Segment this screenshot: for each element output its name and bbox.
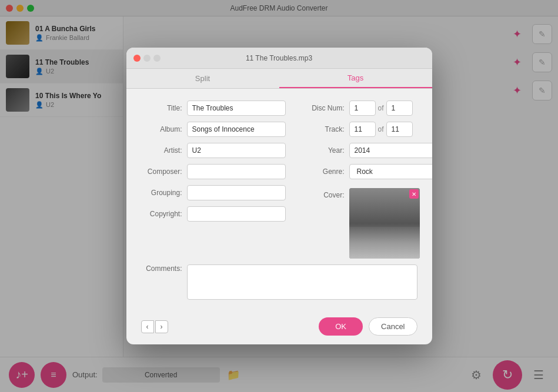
modal-body: Title: Album: Artist: Composer: [126,89,432,311]
next-button[interactable]: › [155,320,168,333]
album-field-group: Album: [141,122,286,137]
year-label: Year: [303,146,345,155]
copyright-field-group: Copyright: [141,206,286,222]
genre-field-group: Genre: Rock Pop Jazz Classical Hip-Hop C… [303,164,432,179]
modal-tabs: Split Tags [126,69,432,89]
tab-split[interactable]: Split [126,69,279,88]
modal-footer: ‹ › OK Cancel [126,311,432,344]
title-input[interactable] [187,100,286,116]
modal-close-button[interactable] [133,55,141,62]
track-inputs: of [349,122,432,137]
composer-label: Composer: [141,167,182,176]
left-column: Title: Album: Artist: Composer: [141,100,286,259]
comments-label: Comments: [141,264,182,273]
modal-maximize-button [153,55,161,62]
grouping-input[interactable] [187,185,286,200]
year-field-group: Year: [303,143,432,158]
nav-arrows: ‹ › [141,320,168,333]
tags-modal: 11 The Troubles.mp3 Split Tags Title: [126,48,432,344]
title-field-group: Title: [141,100,286,116]
cover-remove-button[interactable]: ✕ [409,189,419,199]
comments-field-group: Comments: [141,264,417,300]
grouping-label: Grouping: [141,189,182,197]
comments-textarea[interactable] [187,264,417,300]
composer-input[interactable] [187,164,286,179]
title-label: Title: [141,104,182,112]
album-label: Album: [141,125,182,133]
artist-input[interactable] [187,143,286,158]
genre-select[interactable]: Rock Pop Jazz Classical Hip-Hop Country [349,164,432,179]
album-input[interactable] [187,122,286,137]
form-columns: Title: Album: Artist: Composer: [141,100,417,259]
modal-traffic-lights [133,55,161,62]
grouping-field-group: Grouping: [141,185,286,200]
discnum-label: Disc Num: [303,104,345,112]
right-column: Disc Num: of Track: of [303,100,432,259]
composer-field-group: Composer: [141,164,286,179]
discnum-field-group: Disc Num: of [303,100,432,116]
discnum-input[interactable] [349,100,376,116]
prev-button[interactable]: ‹ [141,320,154,333]
artist-field-group: Artist: [141,143,286,158]
modal-title-bar: 11 The Troubles.mp3 [126,48,432,69]
track-input[interactable] [349,122,376,137]
modal-minimize-button [143,55,151,62]
copyright-input[interactable] [187,206,286,222]
tab-tags[interactable]: Tags [279,69,432,88]
discnum-of-input[interactable] [386,100,413,116]
track-field-group: Track: of [303,122,432,137]
artist-label: Artist: [141,146,182,155]
cover-image: ✕ [349,188,420,259]
modal-overlay: 11 The Troubles.mp3 Split Tags Title: [0,0,558,392]
cover-label: Cover: [303,188,345,199]
track-of-input[interactable] [386,122,413,137]
footer-actions: OK Cancel [319,317,417,336]
ok-button[interactable]: OK [319,317,363,336]
copyright-label: Copyright: [141,210,182,218]
modal-title: 11 The Troubles.mp3 [246,54,312,62]
year-input[interactable] [349,143,432,158]
app-window: AudFree DRM Audio Converter 01 A Buncha … [0,0,558,392]
cancel-button[interactable]: Cancel [369,317,417,336]
cover-figure [349,188,420,259]
discnum-of-label: of [378,104,384,112]
genre-label: Genre: [303,167,345,176]
discnum-inputs: of [349,100,432,116]
track-label: Track: [303,125,345,133]
track-of-label: of [378,125,384,133]
cover-field-group: Cover: ✕ [303,188,432,259]
